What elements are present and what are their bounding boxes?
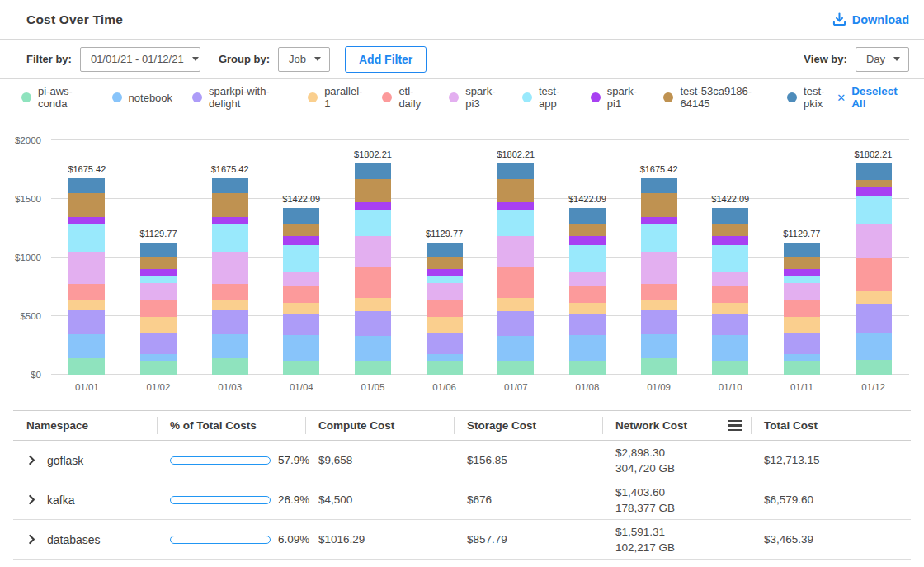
expand-row-button[interactable] xyxy=(26,455,37,465)
add-filter-button[interactable]: Add Filter xyxy=(345,46,427,73)
bar-segment-pi-aws-conda[interactable] xyxy=(856,360,892,375)
bar-segment-test-53ca9186-64145[interactable] xyxy=(784,257,820,269)
stacked-bar-01/12[interactable]: $1802.21 xyxy=(856,163,892,375)
column-header-total-cost[interactable]: Total Cost xyxy=(751,411,911,440)
stacked-bar-01/11[interactable]: $1129.77 xyxy=(784,243,820,375)
bar-segment-notebook[interactable] xyxy=(355,336,391,361)
bar-segment-test-53ca9186-64145[interactable] xyxy=(283,224,319,236)
bar-segment-notebook[interactable] xyxy=(427,354,463,361)
bar-segment-etl-daily[interactable] xyxy=(68,284,105,300)
bar-segment-test-app[interactable] xyxy=(784,276,820,283)
column-header-network-cost[interactable]: Network Cost xyxy=(602,411,751,440)
bar-segment-notebook[interactable] xyxy=(68,334,105,358)
bar-segment-spark-pi3[interactable] xyxy=(497,236,534,267)
column-header-compute-cost[interactable]: Compute Cost xyxy=(305,411,454,440)
bar-segment-spark-pi1[interactable] xyxy=(641,217,677,224)
stacked-bar-01/09[interactable]: $1675.42 xyxy=(641,178,677,375)
bar-segment-test-pkix[interactable] xyxy=(784,243,820,257)
bar-segment-parallel-1[interactable] xyxy=(569,303,606,314)
bar-segment-spark-pi1[interactable] xyxy=(856,187,892,196)
bar-segment-etl-daily[interactable] xyxy=(569,286,606,304)
bar-segment-etl-daily[interactable] xyxy=(140,300,177,317)
bar-segment-spark-pi3[interactable] xyxy=(355,236,391,267)
bar-segment-sparkpi-with-delight[interactable] xyxy=(497,311,534,336)
legend-item-test-app[interactable]: test-app xyxy=(522,85,571,110)
bar-segment-parallel-1[interactable] xyxy=(641,300,677,310)
bar-segment-test-pkix[interactable] xyxy=(497,163,534,179)
download-button[interactable]: Download xyxy=(832,12,909,26)
bar-segment-etl-daily[interactable] xyxy=(427,300,463,317)
bar-segment-test-53ca9186-64145[interactable] xyxy=(641,193,677,217)
stacked-bar-01/08[interactable]: $1422.09 xyxy=(569,208,606,375)
bar-segment-test-app[interactable] xyxy=(427,276,463,283)
bar-segment-test-pkix[interactable] xyxy=(140,243,177,257)
bar-segment-pi-aws-conda[interactable] xyxy=(283,361,319,375)
bar-segment-sparkpi-with-delight[interactable] xyxy=(856,304,892,333)
menu-icon[interactable] xyxy=(728,420,742,432)
bar-segment-sparkpi-with-delight[interactable] xyxy=(68,310,105,333)
bar-segment-spark-pi3[interactable] xyxy=(283,272,319,286)
bar-segment-spark-pi1[interactable] xyxy=(569,236,606,246)
bar-segment-test-53ca9186-64145[interactable] xyxy=(427,257,463,269)
bar-segment-parallel-1[interactable] xyxy=(712,303,748,314)
stacked-bar-01/02[interactable]: $1129.77 xyxy=(140,243,177,375)
stacked-bar-01/03[interactable]: $1675.42 xyxy=(212,178,248,375)
bar-segment-test-53ca9186-64145[interactable] xyxy=(355,179,391,202)
stacked-bar-01/01[interactable]: $1675.42 xyxy=(68,178,105,375)
bar-segment-parallel-1[interactable] xyxy=(283,303,319,314)
bar-segment-spark-pi3[interactable] xyxy=(712,272,748,286)
bar-segment-sparkpi-with-delight[interactable] xyxy=(355,311,391,336)
bar-segment-sparkpi-with-delight[interactable] xyxy=(784,333,820,354)
bar-segment-test-pkix[interactable] xyxy=(68,178,105,193)
bar-segment-test-pkix[interactable] xyxy=(355,163,391,179)
bar-segment-etl-daily[interactable] xyxy=(497,267,534,298)
bar-segment-sparkpi-with-delight[interactable] xyxy=(569,314,606,335)
bar-segment-spark-pi3[interactable] xyxy=(427,283,463,300)
bar-segment-parallel-1[interactable] xyxy=(68,300,105,310)
expand-row-button[interactable] xyxy=(26,534,37,545)
bar-segment-pi-aws-conda[interactable] xyxy=(712,361,748,375)
bar-segment-test-53ca9186-64145[interactable] xyxy=(212,193,248,217)
bar-segment-notebook[interactable] xyxy=(497,336,534,361)
bar-segment-test-pkix[interactable] xyxy=(856,163,892,180)
bar-segment-test-53ca9186-64145[interactable] xyxy=(712,224,748,236)
bar-segment-sparkpi-with-delight[interactable] xyxy=(427,333,463,354)
bar-segment-etl-daily[interactable] xyxy=(283,286,319,304)
bar-segment-spark-pi1[interactable] xyxy=(784,269,820,276)
bar-segment-sparkpi-with-delight[interactable] xyxy=(212,310,248,333)
bar-segment-parallel-1[interactable] xyxy=(355,298,391,311)
legend-item-notebook[interactable]: notebook xyxy=(112,92,173,104)
bar-segment-test-app[interactable] xyxy=(712,245,748,271)
bar-segment-notebook[interactable] xyxy=(140,354,177,361)
bar-segment-sparkpi-with-delight[interactable] xyxy=(641,310,677,333)
legend-item-sparkpi-with-delight[interactable]: sparkpi-with-delight xyxy=(192,85,288,110)
bar-segment-spark-pi1[interactable] xyxy=(712,236,748,246)
legend-item-etl-daily[interactable]: etl-daily xyxy=(382,85,429,110)
deselect-all-button[interactable]: ✕ Deselect All xyxy=(837,85,908,110)
bar-segment-spark-pi1[interactable] xyxy=(212,217,248,224)
legend-item-pi-aws-conda[interactable]: pi-aws-conda xyxy=(21,85,92,110)
bar-segment-spark-pi1[interactable] xyxy=(355,202,391,210)
bar-segment-test-app[interactable] xyxy=(497,210,534,237)
bar-segment-test-app[interactable] xyxy=(856,196,892,224)
bar-segment-test-app[interactable] xyxy=(68,224,105,251)
legend-item-spark-pi3[interactable]: spark-pi3 xyxy=(449,85,502,110)
bar-segment-notebook[interactable] xyxy=(856,333,892,360)
legend-item-spark-pi1[interactable]: spark-pi1 xyxy=(591,85,644,110)
bar-segment-notebook[interactable] xyxy=(712,335,748,361)
stacked-bar-01/10[interactable]: $1422.09 xyxy=(712,208,748,375)
bar-segment-test-53ca9186-64145[interactable] xyxy=(140,257,177,269)
column-header-pct-total-costs[interactable]: % of Total Costs xyxy=(157,411,305,440)
bar-segment-parallel-1[interactable] xyxy=(784,317,820,333)
bar-segment-etl-daily[interactable] xyxy=(856,258,892,291)
bar-segment-spark-pi1[interactable] xyxy=(427,269,463,276)
bar-segment-test-app[interactable] xyxy=(569,245,606,271)
bar-segment-etl-daily[interactable] xyxy=(784,300,820,317)
bar-segment-spark-pi3[interactable] xyxy=(68,252,105,285)
bar-segment-test-pkix[interactable] xyxy=(569,208,606,224)
view-by-select[interactable]: Day xyxy=(856,47,909,72)
bar-segment-test-pkix[interactable] xyxy=(427,243,463,257)
bar-segment-test-app[interactable] xyxy=(355,210,391,237)
bar-segment-etl-daily[interactable] xyxy=(355,267,391,298)
bar-segment-spark-pi1[interactable] xyxy=(68,217,105,224)
